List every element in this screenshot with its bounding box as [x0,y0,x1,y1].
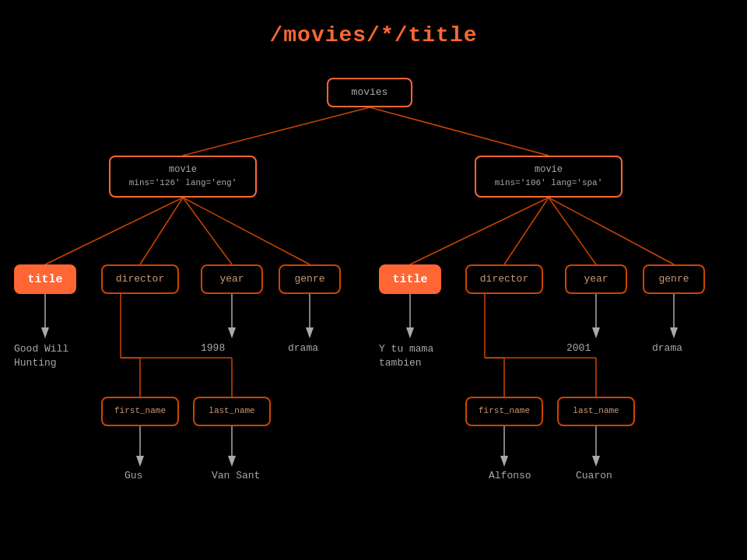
value-genre2: drama [652,342,682,354]
value-title1: Good WillHunting [14,342,68,370]
node-genre2: genre [643,264,705,294]
svg-line-9 [549,198,674,264]
svg-line-6 [410,198,549,264]
svg-marker-18 [228,327,236,338]
value-lastname2: Cuaron [576,470,612,481]
director2-label: director [480,272,528,286]
movie1-label: moviemins='126' lang='eng' [129,163,237,190]
svg-line-8 [549,198,596,264]
node-director2: director [465,264,543,294]
year1-label: year [219,272,244,286]
year2-label: year [584,272,608,286]
svg-marker-22 [406,327,414,338]
movie2-label: moviemins='106' lang='spa' [495,163,603,190]
lastname1-label: last_name [209,405,254,417]
svg-marker-33 [136,456,144,467]
node-lastname1: last_name [193,397,271,426]
node-genre1: genre [279,264,341,294]
node-year2: year [565,264,627,294]
node-firstname1: first_name [101,397,179,426]
lastname2-label: last_name [573,405,619,417]
movies-label: movies [352,86,388,100]
director1-label: director [116,272,164,286]
value-firstname1: Gus [124,470,142,481]
value-firstname2: Alfonso [489,470,531,481]
node-movie1: moviemins='126' lang='eng' [109,156,257,198]
node-director1: director [101,264,179,294]
svg-line-2 [45,198,183,264]
tree-diagram: movies moviemins='126' lang='eng' moviem… [0,62,747,560]
node-title1: title [14,264,76,294]
value-genre1: drama [288,342,318,354]
svg-line-4 [183,198,232,264]
firstname2-label: first_name [479,405,530,417]
node-year1: year [201,264,263,294]
svg-line-0 [183,107,370,156]
svg-line-5 [183,198,310,264]
genre1-label: genre [294,272,324,286]
title1-label: title [27,271,62,288]
title2-label: title [392,271,427,288]
genre2-label: genre [658,272,689,286]
value-year1: 1998 [201,342,225,354]
node-firstname2: first_name [465,397,543,426]
node-title2: title [379,264,441,294]
svg-marker-31 [670,327,678,338]
connector-lines [0,62,747,560]
svg-line-1 [370,107,549,156]
svg-marker-29 [592,327,600,338]
page-title: /movies/*/title [0,0,747,47]
value-title2: Y tu mamatambien [379,342,433,370]
svg-marker-37 [500,456,508,467]
svg-marker-39 [592,456,600,467]
firstname1-label: first_name [114,405,166,417]
node-movie2: moviemins='106' lang='spa' [475,156,622,198]
svg-marker-35 [228,456,236,467]
node-lastname2: last_name [557,397,635,426]
node-movies: movies [327,78,412,107]
value-year2: 2001 [566,342,591,354]
svg-line-7 [504,198,549,264]
value-lastname1: Van Sant [212,470,260,481]
svg-marker-11 [41,327,49,338]
svg-marker-20 [306,327,314,338]
